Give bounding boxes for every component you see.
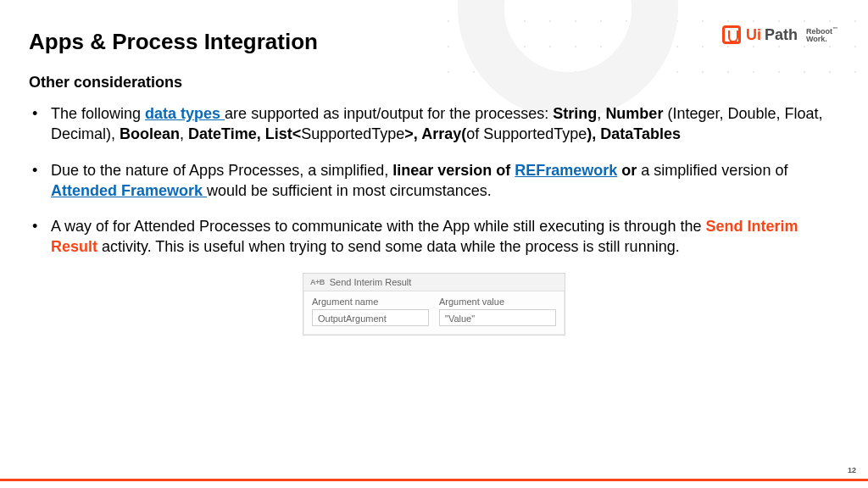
activity-body: Argument name OutputArgument Argument va…	[303, 291, 565, 335]
link-data-types[interactable]: data types	[145, 105, 225, 122]
activity-icon: A+B	[310, 278, 325, 286]
page-subtitle: Other considerations	[29, 74, 839, 92]
activity-title: Send Interim Result	[330, 277, 412, 287]
bullet-item: Due to the nature of Apps Processes, a s…	[47, 160, 839, 202]
logo-text-ui: Ui	[746, 26, 761, 44]
argument-value-field[interactable]: "Value"	[439, 309, 556, 326]
bullet-item: The following data types are supported a…	[47, 103, 839, 145]
activity-header: A+B Send Interim Result	[303, 274, 565, 291]
argument-name-label: Argument name	[312, 297, 429, 307]
argument-value-label: Argument value	[439, 297, 556, 307]
argument-name-field[interactable]: OutputArgument	[312, 309, 429, 326]
activity-col-name: Argument name OutputArgument	[312, 297, 429, 326]
logo-text-path: Path	[765, 26, 798, 44]
bullet-item: A way of for Attended Processes to commu…	[47, 216, 839, 258]
brand-logo: UiPath Reboot™Work.	[722, 25, 837, 44]
logo-icon	[722, 25, 741, 44]
slide-content: Apps & Process Integration Other conside…	[0, 0, 868, 488]
activity-col-value: Argument value "Value"	[439, 297, 556, 326]
activity-card: A+B Send Interim Result Argument name Ou…	[303, 273, 565, 336]
page-title: Apps & Process Integration	[29, 29, 839, 55]
link-reframework[interactable]: REFramework	[515, 162, 617, 179]
logo-tagline: Reboot™Work.	[806, 26, 837, 43]
bullet-list: The following data types are supported a…	[29, 103, 839, 258]
link-attended-framework[interactable]: Attended Framework	[51, 182, 207, 199]
